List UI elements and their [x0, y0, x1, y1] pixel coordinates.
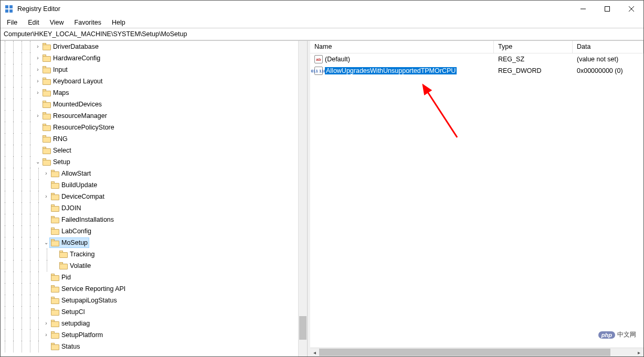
tree-item[interactable]: .SetupapiLogStatus: [1, 295, 307, 306]
tree-item[interactable]: ›DeviceCompat: [1, 191, 307, 202]
tree-connector: [17, 272, 26, 283]
chevron-right-icon[interactable]: ›: [43, 193, 50, 199]
menu-view[interactable]: View: [46, 18, 68, 27]
tree-connector: [1, 329, 9, 341]
tree-item[interactable]: ›setupdiag: [1, 318, 307, 329]
minimize-button[interactable]: [571, 1, 595, 17]
tree-connector: [34, 214, 43, 225]
tree-connector: [9, 214, 17, 225]
tree-item[interactable]: ›DriverDatabase: [1, 41, 307, 52]
tree-item[interactable]: ›AllowStart: [1, 168, 307, 179]
chevron-right-icon[interactable]: ›: [43, 332, 50, 338]
tree-item[interactable]: .FailedInstallations: [1, 214, 307, 225]
chevron-right-icon[interactable]: ›: [34, 55, 41, 61]
tree-pane: ›DriverDatabase›HardwareConfig›Input›Key…: [1, 41, 308, 356]
tree-connector: [43, 260, 51, 272]
tree-connector: [9, 99, 17, 110]
tree-item[interactable]: .MountedDevices: [1, 99, 307, 110]
tree-item[interactable]: .SetupCl: [1, 306, 307, 318]
tree-item[interactable]: .RNG: [1, 133, 307, 145]
tree-item[interactable]: .Pid: [1, 272, 307, 283]
chevron-right-icon[interactable]: ›: [34, 78, 41, 84]
tree-scroll-thumb[interactable]: [299, 316, 307, 340]
chevron-right-icon[interactable]: ›: [34, 90, 41, 95]
tree-connector: [26, 260, 34, 272]
values-list[interactable]: ab(Default)REG_SZ(value not set)011 110A…: [310, 53, 643, 348]
chevron-down-icon[interactable]: ⌄: [34, 159, 41, 165]
folder-icon: [51, 308, 59, 316]
tree-connector: [17, 225, 26, 237]
column-type[interactable]: Type: [494, 41, 573, 53]
tree-item[interactable]: ›Maps: [1, 87, 307, 99]
menu-edit[interactable]: Edit: [24, 18, 44, 27]
tree-item[interactable]: ›Keyboard Layout: [1, 75, 307, 87]
tree-item[interactable]: .BuildUpdate: [1, 179, 307, 191]
tree-connector: [26, 214, 34, 225]
tree-connector: [1, 248, 9, 260]
tree-connector: [26, 99, 34, 110]
tree-item[interactable]: .Volatile: [1, 260, 307, 272]
tree-item[interactable]: ›Input: [1, 64, 307, 75]
chevron-right-icon[interactable]: ›: [34, 113, 41, 118]
maximize-button[interactable]: [595, 1, 619, 17]
tree-item[interactable]: ›ResourceManager: [1, 110, 307, 122]
chevron-down-icon[interactable]: ⌄: [43, 240, 50, 245]
tree-connector: [1, 318, 9, 329]
tree-connector: [34, 248, 43, 260]
tree-connector: [26, 41, 34, 52]
tree-connector: [1, 283, 9, 295]
tree-connector: [9, 260, 17, 272]
chevron-right-icon[interactable]: ›: [34, 67, 41, 72]
tree-item[interactable]: ⌄Setup: [1, 156, 307, 168]
tree-item[interactable]: ›HardwareConfig: [1, 52, 307, 64]
tree-scrollbar[interactable]: [298, 41, 307, 356]
value-name: (Default): [325, 56, 350, 63]
column-data[interactable]: Data: [573, 41, 643, 53]
values-hscrollbar[interactable]: ◂ ▸: [310, 348, 643, 356]
tree-item[interactable]: .LabConfig: [1, 225, 307, 237]
chevron-right-icon[interactable]: ›: [43, 320, 50, 326]
tree-item-label: Input: [53, 66, 68, 73]
tree-item-label: ResourceManager: [53, 112, 107, 120]
address-bar[interactable]: Computer\HKEY_LOCAL_MACHINE\SYSTEM\Setup…: [1, 28, 643, 40]
tree-item[interactable]: .DJOIN: [1, 202, 307, 214]
tree-connector: [9, 248, 17, 260]
folder-icon: [51, 170, 59, 177]
tree-item[interactable]: .Status: [1, 341, 307, 352]
window-title: Registry Editor: [17, 5, 60, 13]
tree-item-label: ResourcePolicyStore: [53, 124, 114, 131]
tree-item-label: FailedInstallations: [61, 216, 114, 223]
tree-item[interactable]: .Select: [1, 145, 307, 156]
value-row[interactable]: ab(Default)REG_SZ(value not set): [310, 53, 643, 65]
chevron-right-icon[interactable]: ›: [43, 170, 50, 176]
menu-help[interactable]: Help: [108, 18, 130, 27]
hscroll-left[interactable]: ◂: [310, 348, 319, 357]
tree-item[interactable]: .Service Reporting API: [1, 283, 307, 295]
tree-connector: [1, 260, 9, 272]
hscroll-thumb[interactable]: [319, 349, 610, 356]
tree-item[interactable]: ⌄MoSetup: [1, 237, 307, 248]
tree-view[interactable]: ›DriverDatabase›HardwareConfig›Input›Key…: [1, 41, 307, 356]
folder-icon: [43, 112, 51, 120]
tree-item-label: Status: [61, 343, 80, 350]
tree-connector: [17, 202, 26, 214]
chevron-right-icon[interactable]: ›: [34, 44, 41, 49]
values-header[interactable]: Name Type Data: [310, 41, 643, 53]
tree-connector: [26, 64, 34, 75]
folder-icon: [43, 147, 51, 154]
menu-file[interactable]: File: [3, 18, 22, 27]
tree-connector: [9, 168, 17, 179]
close-button[interactable]: [619, 1, 643, 17]
tree-connector: [17, 318, 26, 329]
tree-item[interactable]: .Tracking: [1, 248, 307, 260]
tree-connector: [1, 202, 9, 214]
hscroll-right[interactable]: ▸: [635, 348, 643, 357]
column-name[interactable]: Name: [310, 41, 494, 53]
tree-connector: [26, 156, 34, 168]
value-row[interactable]: 011 110AllowUpgradesWithUnsupportedTPMOr…: [310, 65, 643, 77]
tree-item[interactable]: .ResourcePolicyStore: [1, 122, 307, 133]
tree-item-label: MoSetup: [61, 239, 88, 246]
tree-item[interactable]: ›SetupPlatform: [1, 329, 307, 341]
menu-favorites[interactable]: Favorites: [70, 18, 105, 27]
tree-connector: [17, 191, 26, 202]
